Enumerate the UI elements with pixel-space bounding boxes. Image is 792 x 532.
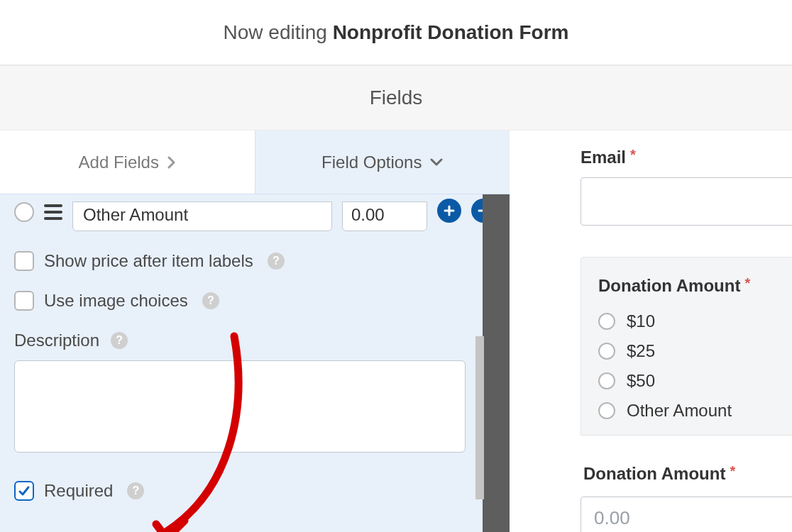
choice-price-value: 0.00 <box>351 205 385 225</box>
list-item[interactable]: $25 <box>598 341 792 361</box>
radio-label: $50 <box>627 371 655 391</box>
scrollbar-thumb[interactable] <box>475 336 484 499</box>
preview-email-label: Email <box>581 148 626 167</box>
left-panel: Add Fields Field Options Other Amount <box>0 131 510 532</box>
preview-donation-amount-label: Donation Amount <box>598 276 740 296</box>
tab-add-fields-label: Add Fields <box>79 153 159 172</box>
choice-label-value: Other Amount <box>83 205 188 225</box>
help-icon[interactable]: ? <box>111 332 128 349</box>
option-image-choices: Use image choices ? <box>14 291 495 311</box>
radio-label: Other Amount <box>627 401 732 421</box>
preview-amount-placeholder: 0.00 <box>594 507 630 529</box>
header-prefix: Now editing <box>224 21 327 44</box>
preview-email-label-row: Email * <box>581 148 792 167</box>
description-textarea[interactable] <box>14 360 466 453</box>
chevron-down-icon <box>430 158 443 167</box>
tab-field-options-label: Field Options <box>321 153 422 172</box>
option-image-choices-label: Use image choices <box>44 291 188 311</box>
required-star-icon: * <box>630 148 636 162</box>
preview-radio-list: $10 $25 $50 Other Amount <box>598 311 792 421</box>
help-icon[interactable]: ? <box>202 292 219 309</box>
tab-add-fields[interactable]: Add Fields <box>0 131 255 194</box>
list-item[interactable]: $50 <box>598 371 792 391</box>
page-header: Now editing Nonprofit Donation Form <box>0 0 792 65</box>
preview-donation-amount-section-2: Donation Amount * 0.00 <box>581 464 792 532</box>
header-form-name: Nonprofit Donation Form <box>333 21 569 44</box>
option-required-label: Required <box>44 481 113 501</box>
form-preview-panel: Email * Donation Amount * $10 $25 <box>510 116 792 532</box>
preview-donation-amount-card[interactable]: Donation Amount * $10 $25 $50 <box>581 257 792 436</box>
description-label-row: Description ? <box>14 331 495 350</box>
main-area: Add Fields Field Options Other Amount <box>0 131 792 532</box>
radio-icon <box>598 372 615 389</box>
secondary-bar-title: Fields <box>370 87 423 109</box>
preview-email-input[interactable] <box>581 177 792 226</box>
tab-field-options[interactable]: Field Options <box>255 131 510 194</box>
required-star-icon: * <box>744 276 750 290</box>
radio-icon <box>598 343 615 360</box>
checkbox-required[interactable] <box>14 481 34 501</box>
radio-label: $25 <box>627 341 655 361</box>
preview-amount-input[interactable]: 0.00 <box>581 497 792 532</box>
choice-row-other-amount: Other Amount 0.00 <box>14 201 495 231</box>
radio-icon <box>598 313 615 330</box>
option-required: Required ? <box>14 481 495 501</box>
add-choice-button[interactable] <box>437 199 461 223</box>
help-icon[interactable]: ? <box>127 482 144 499</box>
panel-splitter[interactable] <box>483 194 510 532</box>
list-item[interactable]: $10 <box>598 311 792 331</box>
list-item[interactable]: Other Amount <box>598 401 792 421</box>
radio-icon <box>598 402 615 419</box>
description-label: Description <box>14 331 99 350</box>
choice-label-input[interactable]: Other Amount <box>72 201 332 231</box>
required-star-icon: * <box>730 464 735 478</box>
preview-donation-amount-label-2: Donation Amount <box>583 464 725 484</box>
checkbox-image-choices[interactable] <box>14 291 34 311</box>
radio-default-icon[interactable] <box>14 202 34 222</box>
preview-donation-amount-label-row: Donation Amount * <box>598 276 792 296</box>
radio-label: $10 <box>627 311 655 331</box>
checkbox-show-price[interactable] <box>14 251 34 271</box>
help-icon[interactable]: ? <box>268 253 285 270</box>
field-options-panel: Other Amount 0.00 Show price after item … <box>0 194 510 532</box>
choice-price-input[interactable]: 0.00 <box>342 201 427 231</box>
option-show-price-label: Show price after item labels <box>44 251 253 271</box>
drag-handle-icon[interactable] <box>44 204 62 220</box>
option-show-price: Show price after item labels ? <box>14 251 495 271</box>
preview-donation-amount-label-row-2: Donation Amount * <box>583 464 792 484</box>
chevron-right-icon <box>167 156 176 169</box>
tabs: Add Fields Field Options <box>0 131 510 194</box>
